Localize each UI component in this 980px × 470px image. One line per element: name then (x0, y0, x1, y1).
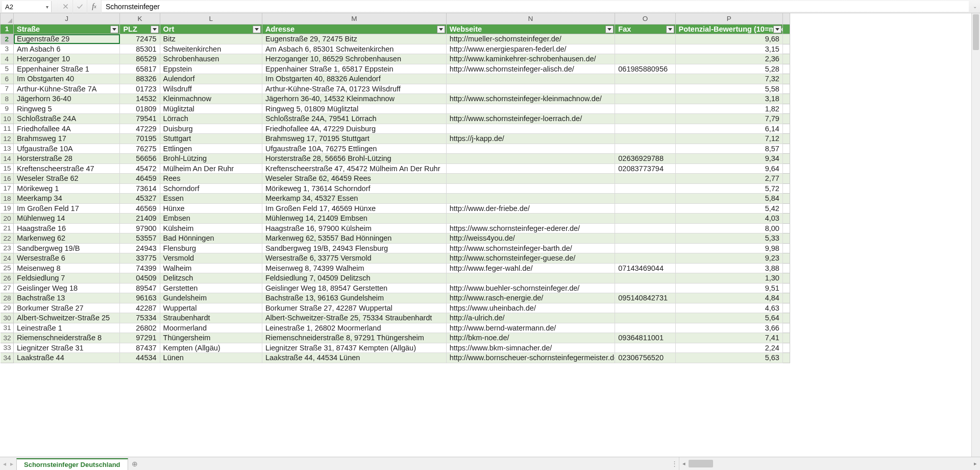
formula-bar: ▾ fx ⌄ (0, 0, 980, 13)
expand-formula-bar[interactable]: ⌄ (970, 0, 980, 13)
name-box-dropdown[interactable]: ▾ (43, 4, 51, 10)
formula-bar-buttons: fx (59, 0, 102, 13)
cancel-formula-button[interactable] (59, 0, 73, 13)
name-box[interactable] (2, 3, 43, 11)
insert-function-button[interactable]: fx (87, 0, 102, 13)
name-box-wrap: ▾ (2, 1, 52, 12)
confirm-formula-button[interactable] (73, 0, 87, 13)
formula-input[interactable] (102, 1, 969, 12)
